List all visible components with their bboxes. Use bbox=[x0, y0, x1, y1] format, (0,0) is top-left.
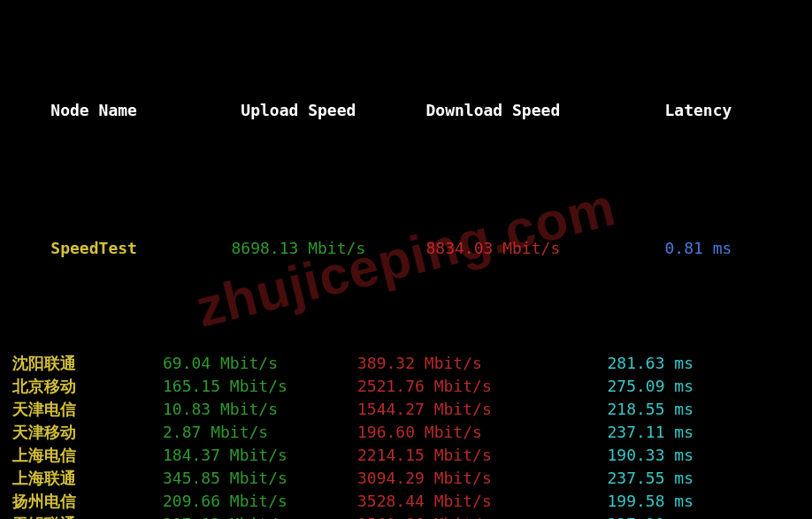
node-name: 上海电信 bbox=[12, 444, 163, 467]
latency-value: 237.55 ms bbox=[552, 467, 693, 490]
header-download: Download Speed bbox=[395, 99, 590, 122]
latency-value: 237.11 ms bbox=[552, 421, 693, 444]
node-name: 扬州电信 bbox=[12, 490, 163, 513]
latency-value: 237.99 ms bbox=[552, 513, 693, 519]
terminal-output: Node NameUpload SpeedDownload SpeedLaten… bbox=[0, 0, 812, 519]
download-speed: 2214.15 Mbit/s bbox=[357, 444, 552, 467]
download-speed: 2521.76 Mbit/s bbox=[357, 375, 552, 398]
download-speed: 1544.27 Mbit/s bbox=[357, 398, 552, 421]
download-speed: 3094.29 Mbit/s bbox=[357, 467, 552, 490]
table-header: Node NameUpload SpeedDownload SpeedLaten… bbox=[12, 76, 800, 145]
upload-speed: 345.85 Mbit/s bbox=[163, 467, 357, 490]
latency-value: 275.09 ms bbox=[552, 375, 693, 398]
speedtest-row: SpeedTest8698.13 Mbit/s8834.03 Mbit/s0.8… bbox=[12, 214, 800, 283]
node-name: 上海联通 bbox=[12, 467, 163, 490]
table-row: 扬州电信209.66 Mbit/s3528.44 Mbit/s199.58 ms bbox=[12, 490, 800, 513]
result-rows: 沈阳联通69.04 Mbit/s389.32 Mbit/s281.63 ms北京… bbox=[12, 352, 800, 519]
upload-speed: 165.15 Mbit/s bbox=[163, 375, 357, 398]
table-row: 无锡联通387.13 Mbit/s1560.66 Mbit/s237.99 ms bbox=[12, 513, 800, 519]
speedtest-download: 8834.03 Mbit/s bbox=[395, 237, 590, 260]
speedtest-node: SpeedTest bbox=[50, 237, 201, 260]
header-latency: Latency bbox=[590, 99, 732, 122]
download-speed: 3528.44 Mbit/s bbox=[357, 490, 552, 513]
download-speed: 196.60 Mbit/s bbox=[357, 421, 552, 444]
table-row: 沈阳联通69.04 Mbit/s389.32 Mbit/s281.63 ms bbox=[12, 352, 800, 375]
upload-speed: 184.37 Mbit/s bbox=[163, 444, 357, 467]
node-name: 无锡联通 bbox=[12, 513, 163, 519]
node-name: 沈阳联通 bbox=[12, 352, 163, 375]
table-row: 天津电信10.83 Mbit/s1544.27 Mbit/s218.55 ms bbox=[12, 398, 800, 421]
header-upload: Upload Speed bbox=[201, 99, 395, 122]
download-speed: 1560.66 Mbit/s bbox=[357, 513, 552, 519]
upload-speed: 2.87 Mbit/s bbox=[163, 421, 357, 444]
node-name: 天津移动 bbox=[12, 421, 163, 444]
download-speed: 389.32 Mbit/s bbox=[357, 352, 552, 375]
upload-speed: 387.13 Mbit/s bbox=[163, 513, 357, 519]
header-node: Node Name bbox=[50, 99, 201, 122]
latency-value: 218.55 ms bbox=[552, 398, 693, 421]
table-row: 上海联通345.85 Mbit/s3094.29 Mbit/s237.55 ms bbox=[12, 467, 800, 490]
table-row: 上海电信184.37 Mbit/s2214.15 Mbit/s190.33 ms bbox=[12, 444, 800, 467]
table-row: 天津移动2.87 Mbit/s196.60 Mbit/s237.11 ms bbox=[12, 421, 800, 444]
latency-value: 190.33 ms bbox=[552, 444, 693, 467]
speedtest-latency: 0.81 ms bbox=[590, 237, 732, 260]
speedtest-upload: 8698.13 Mbit/s bbox=[201, 237, 395, 260]
upload-speed: 209.66 Mbit/s bbox=[163, 490, 357, 513]
node-name: 北京移动 bbox=[12, 375, 163, 398]
table-row: 北京移动165.15 Mbit/s2521.76 Mbit/s275.09 ms bbox=[12, 375, 800, 398]
latency-value: 281.63 ms bbox=[552, 352, 693, 375]
node-name: 天津电信 bbox=[12, 398, 163, 421]
latency-value: 199.58 ms bbox=[552, 490, 693, 513]
upload-speed: 69.04 Mbit/s bbox=[163, 352, 357, 375]
upload-speed: 10.83 Mbit/s bbox=[163, 398, 357, 421]
